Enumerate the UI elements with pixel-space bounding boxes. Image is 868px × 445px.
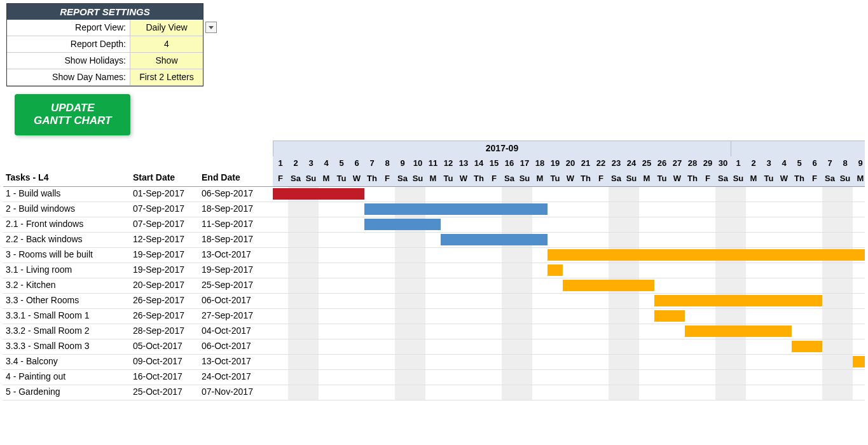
timeline-dayname-cell: M — [853, 172, 865, 186]
timeline-cell — [395, 263, 410, 278]
timeline-cell — [349, 355, 364, 369]
timeline-cell — [853, 385, 865, 400]
timeline-cell — [380, 309, 395, 324]
timeline-cell — [837, 385, 853, 400]
timeline-cell — [639, 355, 654, 369]
timeline-cell — [395, 294, 410, 308]
task-start-cell: 25-Oct-2017 — [130, 385, 199, 400]
task-name-cell: 2 - Build windows — [3, 202, 130, 217]
task-row[interactable]: 3.1 - Living room19-Sep-201719-Sep-2017 — [3, 263, 273, 278]
timeline-daynum-cell: 15 — [486, 156, 502, 172]
timeline-cell — [670, 217, 685, 232]
timeline-cell — [624, 294, 639, 308]
timeline-cell — [425, 339, 441, 354]
timeline-daynum-cell: 17 — [517, 156, 532, 172]
gantt-bar[interactable] — [563, 280, 654, 291]
gantt-bar[interactable] — [792, 341, 822, 352]
timeline-cell — [609, 339, 624, 354]
timeline-cell — [502, 339, 517, 354]
timeline-cell — [273, 324, 288, 339]
timeline-cell — [319, 294, 334, 308]
dropdown-icon[interactable] — [205, 22, 217, 33]
timeline-cell — [517, 324, 532, 339]
task-row[interactable]: 3.2 - Kitchen20-Sep-201725-Sep-2017 — [3, 278, 273, 294]
gantt-bar[interactable] — [364, 203, 548, 215]
report-settings-title: REPORT SETTINGS — [7, 4, 203, 20]
timeline-daynum-cell: 25 — [639, 156, 654, 172]
gantt-bar[interactable] — [654, 295, 822, 306]
gantt-bar[interactable] — [548, 264, 563, 276]
settings-value[interactable]: First 2 Letters — [130, 69, 203, 86]
task-row[interactable]: 1 - Build walls01-Sep-201706-Sep-2017 — [3, 187, 273, 202]
task-row[interactable]: 3 - Rooms will be built19-Sep-201713-Oct… — [3, 248, 273, 263]
timeline-cell — [563, 309, 578, 324]
gantt-bar[interactable] — [853, 356, 865, 367]
gantt-bar[interactable] — [441, 234, 548, 245]
timeline-cell — [654, 263, 670, 278]
task-row[interactable]: 3.3 - Other Rooms26-Sep-201706-Oct-2017 — [3, 294, 273, 309]
timeline-cell — [776, 187, 792, 202]
task-row[interactable]: 3.4 - Balcony09-Oct-201713-Oct-2017 — [3, 355, 273, 370]
timeline-cell — [334, 233, 349, 247]
task-row[interactable]: 5 - Gardening25-Oct-201707-Nov-2017 — [3, 385, 273, 400]
task-row[interactable]: 2.2 - Back windows12-Sep-201718-Sep-2017 — [3, 233, 273, 248]
timeline-cell — [273, 233, 288, 247]
timeline-cell — [380, 233, 395, 247]
gantt-bar[interactable] — [685, 325, 792, 337]
timeline-cell — [303, 233, 319, 247]
timeline-daynum-cell: 20 — [563, 156, 578, 172]
timeline-cell — [502, 217, 517, 232]
timeline-dayname-cell: M — [425, 172, 441, 186]
timeline-cell — [639, 370, 654, 385]
task-row[interactable]: 2 - Build windows07-Sep-201718-Sep-2017 — [3, 202, 273, 217]
timeline-cell — [700, 202, 715, 217]
task-row[interactable]: 3.3.1 - Small Room 126-Sep-201727-Sep-20… — [3, 309, 273, 324]
timeline-cell — [700, 263, 715, 278]
timeline-cell — [654, 339, 670, 354]
timeline-cell — [288, 294, 303, 308]
timeline-daynum-cell: 3 — [761, 156, 776, 172]
timeline-cell — [639, 385, 654, 400]
timeline-cell — [776, 385, 792, 400]
timeline-cell — [685, 263, 700, 278]
timeline-cell — [715, 233, 731, 247]
timeline-dayname-cell: Su — [410, 172, 425, 186]
settings-value[interactable]: Show — [130, 53, 203, 69]
timeline-cell — [578, 187, 593, 202]
task-header-row: Tasks - L4 Start Date End Date — [3, 140, 273, 187]
timeline-daynum-cell: 8 — [380, 156, 395, 172]
task-start-cell: 26-Sep-2017 — [130, 294, 199, 308]
timeline-cell — [654, 233, 670, 247]
timeline-cell — [517, 248, 532, 263]
timeline-cell — [685, 187, 700, 202]
update-gantt-button[interactable]: UPDATEGANTT CHART — [15, 94, 130, 135]
gantt-bar[interactable] — [364, 219, 441, 230]
timeline-cell — [471, 248, 486, 263]
gantt-bar[interactable] — [654, 310, 685, 322]
timeline-cell — [425, 187, 441, 202]
timeline-daynum-cell: 3 — [303, 156, 319, 172]
settings-value[interactable]: Daily View — [130, 20, 203, 36]
timeline-cell — [334, 324, 349, 339]
timeline-cell — [593, 187, 609, 202]
timeline-cell — [563, 355, 578, 369]
timeline-cell — [822, 294, 837, 308]
timeline-cell — [639, 202, 654, 217]
settings-value[interactable]: 4 — [130, 36, 203, 53]
timeline-row — [273, 339, 865, 355]
gantt-bar[interactable] — [548, 249, 865, 261]
task-start-cell: 07-Sep-2017 — [130, 202, 199, 217]
timeline-cell — [486, 278, 502, 293]
timeline-cell — [548, 294, 563, 308]
task-row[interactable]: 3.3.2 - Small Room 228-Sep-201704-Oct-20… — [3, 324, 273, 339]
timeline-cell — [624, 217, 639, 232]
task-row[interactable]: 3.3.3 - Small Room 305-Oct-201706-Oct-20… — [3, 339, 273, 355]
timeline-cell — [441, 263, 456, 278]
timeline-cell — [334, 370, 349, 385]
gantt-bar[interactable] — [273, 188, 364, 200]
task-row[interactable]: 4 - Painting out16-Oct-201724-Oct-2017 — [3, 370, 273, 385]
timeline-cell — [837, 278, 853, 293]
timeline-dayname-cell: Tu — [761, 172, 776, 186]
timeline-cell — [761, 217, 776, 232]
task-row[interactable]: 2.1 - Front windows07-Sep-201711-Sep-201… — [3, 217, 273, 233]
